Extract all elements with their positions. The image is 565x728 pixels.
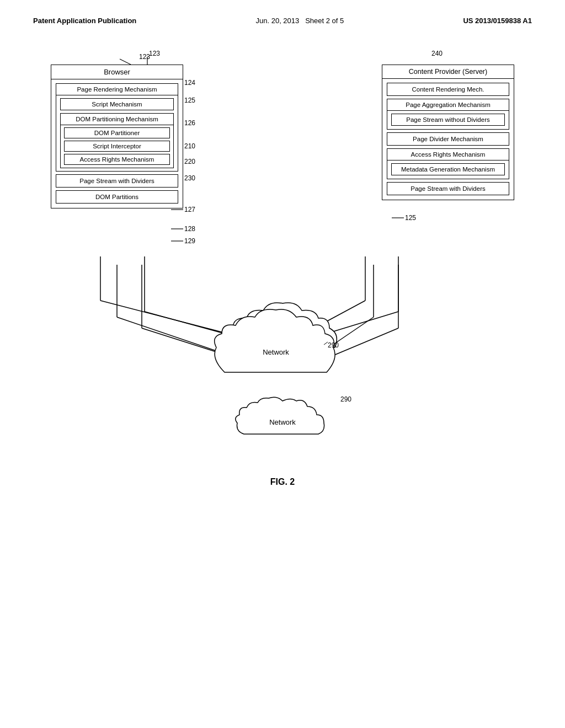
page-aggregation-title: Page Aggregation Mechanism	[387, 99, 509, 111]
svg-text:Network: Network	[263, 348, 289, 356]
svg-marker-58	[305, 358, 310, 366]
page-header: Patent Application Publication Jun. 20, …	[33, 17, 532, 25]
page-stream-dividers-server: Page Stream with Dividers	[387, 182, 509, 195]
page: Patent Application Publication Jun. 20, …	[0, 0, 565, 728]
page-rendering-title: Page Rendering Mechanism	[56, 84, 178, 95]
dom-partitioning-title: DOM Partitioning Mechanism	[61, 114, 173, 125]
svg-text:126: 126	[184, 119, 195, 127]
svg-marker-55	[253, 362, 259, 368]
browser-box: Browser Page Rendering Mechanism Script …	[51, 65, 183, 208]
svg-text:240: 240	[431, 50, 443, 57]
svg-line-39	[145, 312, 255, 342]
header-right: US 2013/0159838 A1	[463, 17, 532, 25]
svg-text:125: 125	[184, 97, 195, 104]
svg-text:210: 210	[184, 142, 195, 150]
svg-marker-61	[309, 360, 315, 367]
server-title: Content Provider (Server)	[382, 65, 514, 79]
svg-line-36	[100, 301, 249, 339]
svg-text:Network: Network	[246, 341, 273, 349]
svg-line-51	[117, 317, 255, 364]
script-interceptor-item: Script Interceptor	[64, 141, 170, 152]
dom-partitioning-section: DOM Partitioning Mechanism DOM Partition…	[60, 113, 174, 168]
svg-text:123: 123	[139, 53, 150, 61]
server-box: Content Provider (Server) Content Render…	[382, 65, 514, 200]
header-date: Jun. 20, 2013	[255, 17, 299, 25]
browser-title: Browser	[51, 65, 183, 79]
header-sheet: Sheet 2 of 5	[305, 17, 344, 25]
svg-text:124: 124	[184, 79, 195, 87]
network-cloud-svg: Network	[227, 393, 338, 448]
content-rendering-item: Content Rendering Mech.	[387, 83, 509, 96]
svg-text:220: 220	[184, 158, 195, 165]
svg-marker-52	[248, 360, 255, 367]
script-mechanism-item: Script Mechanism	[60, 98, 174, 110]
svg-text:127: 127	[184, 206, 195, 213]
access-rights-server-title: Access Rights Mechanism	[387, 149, 509, 160]
page-stream-dividers-browser: Page Stream with Dividers	[56, 174, 178, 188]
header-center: Jun. 20, 2013 Sheet 2 of 5	[255, 17, 344, 25]
svg-text:125: 125	[405, 214, 416, 222]
network-area: Network 290	[227, 393, 338, 449]
dom-partitioner-item: DOM Partitioner	[64, 127, 170, 138]
page-divider-item: Page Divider Mechanism	[387, 132, 509, 146]
access-rights-browser-item: Access Rights Mechanism	[64, 154, 170, 165]
svg-marker-40	[248, 338, 255, 345]
access-rights-server-section: Access Rights Mechanism Metadata Generat…	[387, 148, 509, 179]
metadata-generation-item: Metadata Generation Mechanism	[391, 163, 505, 175]
svg-marker-46	[299, 336, 305, 344]
fig-caption: FIG. 2	[33, 477, 532, 487]
svg-text:290: 290	[328, 341, 339, 349]
svg-text:230: 230	[184, 174, 195, 182]
page-stream-no-dividers-item: Page Stream without Dividers	[391, 114, 505, 126]
svg-line-42	[294, 301, 365, 339]
svg-line-64	[324, 342, 328, 345]
svg-line-57	[305, 317, 374, 364]
svg-marker-37	[243, 335, 249, 341]
svg-text:129: 129	[184, 237, 195, 245]
dom-partitions-item: DOM Partitions	[56, 190, 178, 204]
svg-text:290: 290	[285, 328, 296, 335]
page-rendering-section: Page Rendering Mechanism Script Mechanis…	[56, 83, 178, 172]
svg-line-45	[299, 312, 398, 342]
network-ref: 290	[340, 395, 351, 403]
svg-text:123: 123	[149, 50, 160, 57]
svg-line-54	[142, 328, 259, 366]
network-label: Network	[269, 418, 296, 426]
svg-line-60	[309, 328, 398, 366]
page-aggregation-section: Page Aggregation Mechanism Page Stream w…	[387, 99, 509, 130]
svg-text:128: 128	[184, 225, 195, 233]
header-left: Patent Application Publication	[33, 17, 136, 25]
svg-marker-43	[294, 334, 299, 341]
